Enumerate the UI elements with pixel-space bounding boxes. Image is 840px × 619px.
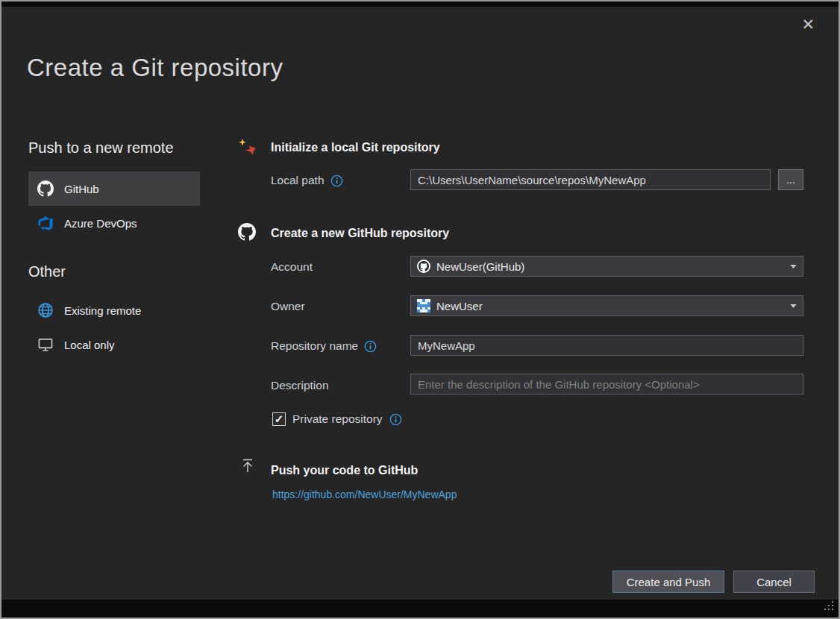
browse-button[interactable]: ... bbox=[778, 169, 803, 190]
create-and-push-button[interactable]: Create and Push bbox=[612, 571, 724, 593]
private-repository-checkbox[interactable] bbox=[272, 412, 286, 426]
private-repository-label[interactable]: Private repository bbox=[292, 412, 383, 426]
sidebar-item-existing-remote[interactable]: Existing remote bbox=[28, 293, 200, 327]
create-git-repository-dialog: ✕ Create a Git repository Push to a new … bbox=[0, 0, 840, 619]
account-dropdown[interactable]: NewUser(GitHub) bbox=[410, 256, 803, 277]
owner-label: Owner bbox=[271, 300, 305, 313]
repository-name-label: Repository name bbox=[271, 339, 358, 353]
chevron-down-icon bbox=[790, 304, 797, 308]
info-icon[interactable] bbox=[389, 413, 402, 426]
globe-icon bbox=[37, 302, 54, 318]
repository-name-input[interactable] bbox=[410, 335, 803, 356]
info-icon[interactable] bbox=[330, 175, 343, 187]
other-heading: Other bbox=[28, 262, 200, 281]
chevron-down-icon bbox=[790, 265, 797, 268]
github-section-title: Create a new GitHub repository bbox=[271, 227, 449, 240]
initialize-section-title: Initialize a local Git repository bbox=[271, 141, 440, 154]
info-icon[interactable] bbox=[364, 340, 377, 353]
sidebar-item-label: GitHub bbox=[64, 183, 99, 195]
new-repository-icon bbox=[237, 138, 257, 157]
push-to-new-remote-heading: Push to a new remote bbox=[28, 138, 200, 157]
owner-value: NewUser bbox=[436, 300, 784, 312]
sidebar: Push to a new remote GitHub Azure DevOps… bbox=[28, 138, 200, 362]
close-icon: ✕ bbox=[801, 16, 815, 33]
local-path-input[interactable] bbox=[410, 169, 771, 190]
resize-grip-icon[interactable] bbox=[823, 600, 835, 615]
local-path-label: Local path bbox=[271, 174, 325, 187]
sidebar-item-local-only[interactable]: Local only bbox=[28, 327, 200, 362]
owner-dropdown[interactable]: NewUser bbox=[410, 295, 803, 316]
main-content: Initialize a local Git repository Local … bbox=[237, 138, 813, 556]
sidebar-item-github[interactable]: GitHub bbox=[28, 172, 200, 206]
description-label: Description bbox=[271, 379, 329, 392]
github-avatar-icon bbox=[417, 260, 430, 273]
close-button[interactable]: ✕ bbox=[797, 13, 819, 35]
description-input[interactable] bbox=[410, 374, 803, 395]
github-icon bbox=[238, 223, 256, 241]
github-icon bbox=[37, 180, 54, 197]
account-value: NewUser(GitHub) bbox=[436, 260, 784, 273]
monitor-icon bbox=[37, 336, 54, 353]
sidebar-item-azure-devops[interactable]: Azure DevOps bbox=[28, 206, 200, 240]
sidebar-item-label: Azure DevOps bbox=[64, 217, 137, 230]
dialog-title: Create a Git repository bbox=[27, 54, 283, 82]
sidebar-item-label: Local only bbox=[64, 339, 115, 351]
upload-icon bbox=[239, 457, 256, 474]
repository-url-link[interactable]: https://github.com/NewUser/MyNewApp bbox=[272, 488, 457, 500]
window-bottom-edge bbox=[1, 600, 839, 618]
push-section-title: Push your code to GitHub bbox=[271, 464, 418, 477]
account-label: Account bbox=[271, 260, 313, 274]
sidebar-item-label: Existing remote bbox=[64, 304, 141, 317]
window-top-edge bbox=[1, 1, 839, 7]
owner-identicon-icon bbox=[417, 299, 430, 312]
cancel-button[interactable]: Cancel bbox=[733, 571, 815, 593]
azure-devops-icon bbox=[37, 215, 54, 231]
